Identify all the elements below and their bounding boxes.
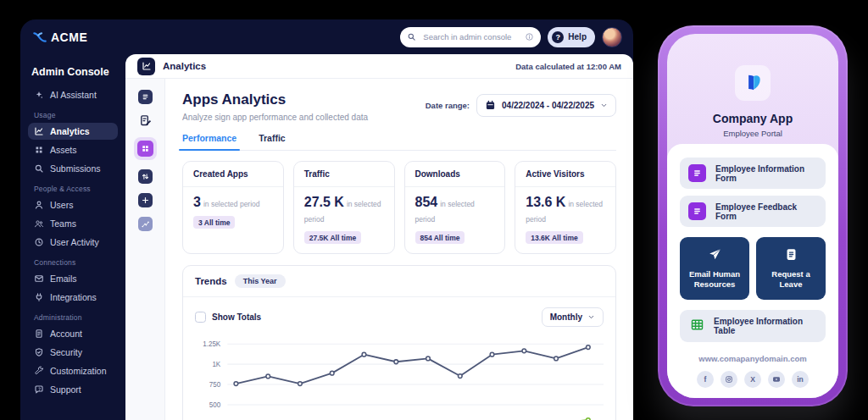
stat-value: 27.5 K [304,195,344,209]
analytics-tile-icon [137,58,155,75]
show-totals-label: Show Totals [212,312,261,322]
sidebar-item-account[interactable]: Account [28,325,118,342]
sidebar-item-analytics[interactable]: Analytics [28,123,118,140]
form-lines-icon [688,202,706,220]
sidebar-item-support[interactable]: Support [28,381,118,398]
help-button[interactable]: ? Help [548,27,595,47]
paper-plane-icon [708,247,722,262]
stat-title: Downloads [405,162,505,187]
app-subtitle: Employee Portal [667,129,838,138]
clock-icon [34,237,44,247]
sidebar-item-users[interactable]: Users [28,196,118,213]
employee-information-table-button[interactable]: Employee Information Table [680,310,826,342]
stat-title: Traffic [294,162,394,187]
sidebar-item-emails[interactable]: Emails [28,270,118,287]
button-label: Employee Feedback Form [715,202,817,221]
sidebar-item-label: Security [50,347,82,357]
sidebar-item-label: Integrations [50,292,97,302]
sidebar-item-label: Emails [50,274,77,284]
user-icon [34,200,44,210]
sidebar-item-assets[interactable]: Assets [28,141,118,158]
calendar-icon [485,100,496,111]
x-icon[interactable]: X [744,371,761,388]
sidebar-item-submissions[interactable]: Submissions [28,160,118,177]
sidebar-item-teams[interactable]: Teams [28,215,118,232]
content-area: Apps Analytics Analyze sign app performa… [165,79,633,420]
sidebar-item-integrations[interactable]: Integrations [28,289,118,306]
apps-grid-active-wrap[interactable] [134,137,157,160]
phone-screen: Company App Employee Portal Employee Inf… [667,34,838,398]
sort-arrows-icon[interactable] [138,169,153,184]
magnifier-icon [34,163,44,174]
sidebar-item-security[interactable]: Security [28,344,118,361]
sidebar-item-label: Customization [50,366,107,376]
date-range-picker[interactable]: 04/22/2024 - 04/22/2025 [476,94,616,117]
sidebar-item-label: User Activity [50,237,99,247]
date-range-value: 04/22/2024 - 04/22/2025 [502,101,594,110]
sidebar-item-label: AI Assistant [50,90,97,100]
show-totals-checkbox[interactable] [195,312,206,323]
linkedin-icon[interactable]: in [792,371,809,388]
form-lines-icon [688,164,706,182]
line-chart-icon [34,126,44,136]
search-input[interactable] [421,31,520,42]
company-website-link[interactable]: www.comapanydomain.com [680,354,826,363]
document-icon [784,247,798,262]
tab-performance[interactable]: Performance [182,133,236,150]
svg-text:500: 500 [209,401,221,409]
edit-document-icon[interactable] [138,113,153,128]
employee-feedback-form-button[interactable]: Employee Feedback Form [680,196,826,227]
phone-mockup: Company App Employee Portal Employee Inf… [658,25,848,406]
button-label: Employee Information Table [714,317,815,335]
sidebar-item-label: Assets [50,145,77,155]
main-panel: Analytics Data calculated at 12:00 AM [125,54,633,420]
stat-suffix: in selected period [203,200,260,208]
granularity-dropdown[interactable]: Monthly [542,307,604,327]
button-label: Email Human Resources [685,269,744,290]
company-app-icon [735,65,771,101]
trends-title: Trends [195,276,227,286]
sidebar: Admin Console AI Assistant Usage Analyti… [20,54,125,420]
data-status: Data calculated at 12:00 AM [515,62,621,71]
admin-console-window: ACME ? Help Admin Console AI Assistant [20,19,633,420]
brand-logo[interactable]: ACME [33,30,87,44]
sidebar-item-label: Support [50,384,81,395]
add-plus-icon[interactable] [138,193,153,207]
sidebar-item-user-activity[interactable]: User Activity [28,234,118,251]
wrench-icon [34,366,44,376]
stat-badge: 27.5K All time [304,231,361,244]
main-header: Analytics Data calculated at 12:00 AM [125,54,633,79]
app-name: Company App [667,112,838,125]
sidebar-item-ai-assistant[interactable]: AI Assistant [28,86,118,103]
form-lines-icon[interactable] [138,90,153,104]
trends-period-pill[interactable]: This Year [235,274,286,288]
stat-value: 854 [415,195,438,209]
svg-text:1.25K: 1.25K [203,340,221,348]
stat-card-traffic: Traffic 27.5 Kin selected period 27.5K A… [293,161,395,254]
scatter-chart-icon[interactable] [138,217,153,231]
question-icon: ? [552,31,564,43]
youtube-icon[interactable] [768,371,785,388]
admin-search[interactable] [400,27,541,47]
instagram-icon[interactable] [721,371,737,388]
app-icon-rail [125,79,165,420]
tab-traffic[interactable]: Traffic [259,133,286,150]
user-avatar[interactable] [602,27,622,47]
shield-icon [34,347,44,357]
users-group-icon [34,218,44,229]
sidebar-item-label: Users [50,200,73,210]
employee-information-form-button[interactable]: Employee Information Form [680,158,826,189]
sidebar-title: Admin Console [31,66,118,78]
facebook-icon[interactable]: f [697,371,714,388]
brand-name: ACME [51,30,87,44]
stat-card-created-apps: Created Apps 3in selected period 3 All t… [182,161,284,254]
plug-icon [34,292,44,302]
sidebar-item-customization[interactable]: Customization [28,362,118,379]
request-a-leave-button[interactable]: Request a Leave [756,237,826,300]
sparkle-icon [34,90,44,100]
email-human-resources-button[interactable]: Email Human Resources [680,237,749,300]
granularity-value: Monthly [550,312,582,322]
date-range-label: Date range: [426,101,470,110]
line-chart: 1.25K1K7505002500 [195,337,604,420]
stat-title: Created Apps [183,162,283,187]
